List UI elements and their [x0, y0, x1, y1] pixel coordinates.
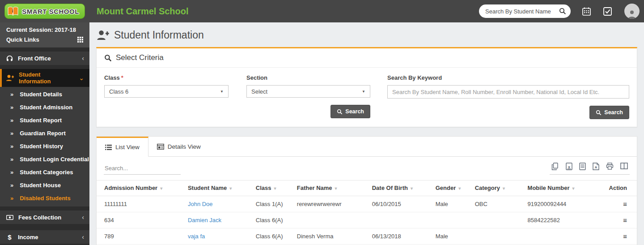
sidebar-item-label: Fees Collection: [18, 214, 61, 221]
user-plus-icon: [6, 75, 14, 81]
double-chevron-icon: »: [10, 130, 13, 137]
logo[interactable]: SMART SCHOOL: [0, 4, 89, 19]
sidebar-item-student-report[interactable]: » Student Report: [0, 114, 89, 127]
student-information-submenu: » Student Details » Student Admission » …: [0, 87, 89, 206]
sidebar-item-student-history[interactable]: » Student History: [0, 140, 89, 153]
submenu-label: Student History: [20, 143, 63, 150]
row-actions-menu-icon[interactable]: ≡: [623, 232, 627, 240]
sort-icon: ▾: [160, 186, 162, 191]
details-card-icon: [157, 144, 164, 150]
chevron-left-icon: ‹: [82, 233, 84, 241]
cell-mobile-number: [524, 228, 606, 245]
grid-icon[interactable]: [77, 37, 83, 43]
cell-category: [471, 228, 524, 245]
students-table: Admission Number▾ Student Name▾ Class▾ F…: [97, 180, 637, 245]
sort-icon: ▾: [274, 186, 276, 191]
logo-pill: SMART SCHOOL: [4, 4, 85, 19]
cell-mobile-number: 919200092444: [524, 196, 606, 212]
sidebar-item-student-admission[interactable]: » Student Admission: [0, 101, 89, 114]
section-select[interactable]: Select ▼: [246, 85, 370, 98]
column-visibility-icon[interactable]: [620, 163, 628, 170]
copy-icon[interactable]: [551, 163, 559, 170]
caret-down-icon: ▼: [362, 90, 365, 94]
tab-list-view[interactable]: List View: [97, 137, 148, 157]
sort-icon: ▾: [229, 186, 232, 191]
header-search-input[interactable]: [485, 8, 559, 15]
pdf-icon[interactable]: A: [593, 163, 599, 170]
sidebar-item-student-house[interactable]: » Student House: [0, 179, 89, 192]
sidebar-item-student-information[interactable]: Student Information ⌄: [0, 69, 89, 87]
class-search-button[interactable]: Search: [330, 105, 370, 118]
sidebar-item-student-login-credential[interactable]: » Student Login Credential: [0, 153, 89, 166]
keyword-input[interactable]: [387, 85, 629, 99]
col-date-of-birth[interactable]: Date Of Birth▾: [369, 181, 432, 196]
main-content: Student Information Select Criteria Clas…: [89, 22, 644, 245]
submenu-label: Student Details: [20, 91, 62, 98]
cell-admission-number: 634: [97, 212, 184, 228]
sidebar-item-income[interactable]: $ Income ‹: [0, 230, 89, 244]
calendar-icon[interactable]: [582, 7, 591, 16]
col-admission-number[interactable]: Admission Number▾: [97, 181, 184, 196]
list-icon: [105, 145, 112, 150]
header-search: [479, 4, 571, 18]
chevron-left-icon: ‹: [82, 55, 84, 62]
sidebar-item-label: Student Information: [19, 71, 74, 85]
quick-links[interactable]: Quick Links: [6, 36, 83, 43]
student-name-link[interactable]: John Doe: [188, 201, 213, 207]
export-toolbar: x A: [550, 163, 630, 175]
cell-class: Class 1(A): [252, 196, 293, 212]
class-select[interactable]: Class 6 ▼: [104, 85, 229, 98]
class-label: Class*: [104, 74, 229, 81]
submenu-label: Student Categories: [20, 169, 73, 176]
col-class[interactable]: Class▾: [252, 181, 293, 196]
excel-icon[interactable]: x: [566, 163, 572, 170]
col-father-name[interactable]: Father Name▾: [293, 181, 369, 196]
sidebar-item-student-details[interactable]: » Student Details: [0, 88, 89, 101]
sidebar-item-guardian-report[interactable]: » Guardian Report: [0, 127, 89, 140]
sidebar-item-student-categories[interactable]: » Student Categories: [0, 166, 89, 179]
section-label: Section: [246, 74, 370, 81]
tab-details-view[interactable]: Details View: [148, 137, 209, 156]
table-search-input[interactable]: [104, 163, 181, 175]
cell-date-of-birth: [369, 212, 432, 228]
class-select-value: Class 6: [109, 88, 128, 95]
sidebar-item-disabled-students[interactable]: » Disabled Students: [0, 192, 89, 205]
svg-text:x: x: [568, 165, 570, 169]
row-actions-menu-icon[interactable]: ≡: [623, 200, 627, 208]
submenu-label: Disabled Students: [20, 195, 70, 202]
cell-gender: [432, 212, 471, 228]
required-mark: *: [121, 74, 123, 81]
search-icon: [104, 54, 112, 62]
col-category[interactable]: Category▾: [471, 181, 524, 196]
user-avatar[interactable]: [624, 4, 640, 19]
col-mobile-number[interactable]: Mobile Number▾: [524, 181, 606, 196]
double-chevron-icon: »: [10, 104, 13, 111]
table-toolbar: x A: [97, 157, 637, 175]
double-chevron-icon: »: [10, 117, 13, 124]
double-chevron-icon: »: [10, 156, 13, 163]
search-icon[interactable]: [559, 8, 566, 15]
csv-file-icon[interactable]: [579, 163, 586, 170]
tasks-check-icon[interactable]: [603, 7, 612, 16]
row-actions-menu-icon[interactable]: ≡: [623, 216, 627, 224]
sort-icon: ▾: [572, 186, 574, 191]
keyword-search-button[interactable]: Search: [589, 106, 629, 119]
sort-icon: ▾: [411, 186, 413, 191]
student-name-link[interactable]: vaja fa: [188, 233, 205, 240]
submenu-label: Student Admission: [20, 104, 72, 111]
cell-date-of-birth: 06/13/2018: [369, 228, 432, 245]
col-student-name[interactable]: Student Name▾: [184, 181, 252, 196]
submenu-label: Student Report: [20, 117, 62, 124]
cell-father-name: rerewrewrwerewr: [293, 196, 369, 212]
student-name-link[interactable]: Damien Jack: [188, 217, 221, 224]
sidebar-item-fees-collection[interactable]: Fees Collection ‹: [0, 211, 89, 224]
cell-mobile-number: 8584222582: [524, 212, 606, 228]
cell-gender: Male: [432, 196, 471, 212]
sidebar-item-front-office[interactable]: Front Office ‹: [0, 52, 89, 65]
top-header: SMART SCHOOL Mount Carmel School: [0, 0, 644, 22]
print-icon[interactable]: [606, 163, 614, 170]
table-row: 634 Damien Jack Class 6(A) 8584222582 ≡: [97, 212, 637, 228]
cell-father-name: Dinesh Verma: [293, 228, 369, 245]
logo-book-icon: [7, 6, 19, 16]
col-gender[interactable]: Gender▾: [432, 181, 471, 196]
